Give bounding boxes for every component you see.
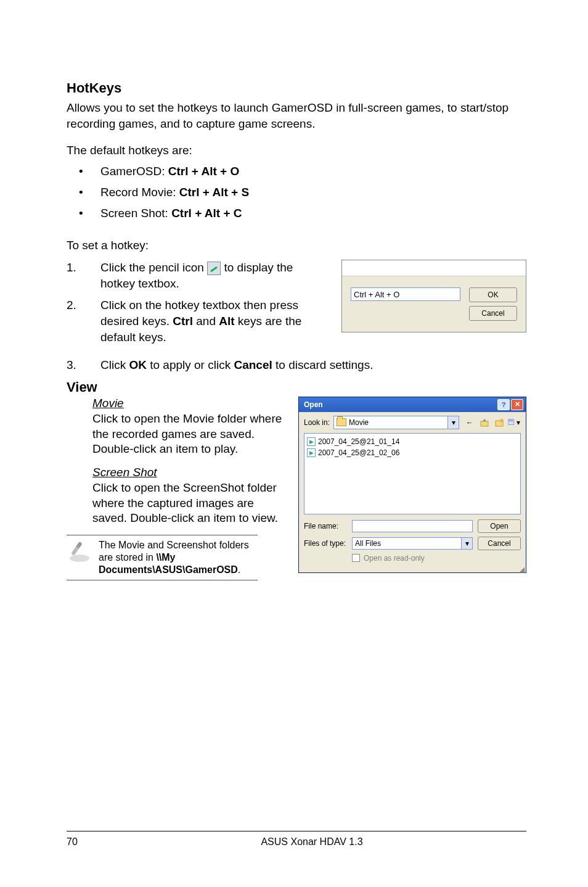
hotkey-input[interactable]	[351, 287, 460, 301]
movie-section: Movie Click to open the Movie folder whe…	[92, 397, 287, 457]
open-dialog: Open ? ✕ Look in: Movie ▾ ←	[298, 397, 526, 573]
step-key: Alt	[219, 315, 234, 328]
view-menu-icon[interactable]: ▾	[507, 416, 521, 429]
svg-rect-7	[509, 420, 511, 422]
ok-button[interactable]: OK	[469, 287, 517, 302]
step-number: 1.	[67, 260, 76, 276]
list-item: 2. Click on the hotkey textbox then pres…	[67, 297, 330, 345]
default-keys: Ctrl + Alt + O	[168, 165, 239, 178]
file-list[interactable]: ▶2007_04_25@21_01_14 ▶2007_04_25@21_02_0…	[304, 433, 521, 514]
set-hotkey-intro: To set a hotkey:	[67, 237, 526, 254]
movie-desc: Click to open the Movie folder where the…	[92, 411, 287, 457]
note-box: The Movie and Screenshot folders are sto…	[67, 535, 258, 580]
screenshot-section: Screen Shot Click to open the ScreenShot…	[92, 466, 287, 526]
pencil-icon	[207, 262, 221, 275]
dialog-titlebar	[342, 260, 526, 276]
step-text: Click	[100, 358, 129, 371]
look-in-label: Look in:	[304, 418, 330, 427]
defaults-list: GamerOSD: Ctrl + Alt + O Record Movie: C…	[67, 161, 526, 225]
note-icon	[67, 539, 92, 565]
new-folder-icon[interactable]	[492, 416, 506, 429]
list-item: Screen Shot: Ctrl + Alt + C	[79, 203, 526, 224]
files-of-type-label: Files of type:	[304, 539, 347, 548]
file-name: 2007_04_25@21_01_14	[318, 437, 399, 446]
cancel-button[interactable]: Cancel	[469, 306, 517, 321]
close-icon[interactable]: ✕	[511, 399, 523, 410]
help-icon[interactable]: ?	[497, 399, 510, 410]
file-icon: ▶	[307, 437, 316, 446]
hotkey-dialog: OK Cancel	[341, 260, 526, 332]
checkbox-icon[interactable]	[352, 554, 360, 562]
look-in-combo[interactable]: Movie ▾	[333, 416, 459, 429]
list-item: Record Movie: Ctrl + Alt + S	[79, 182, 526, 203]
note-text: The Movie and Screenshot folders are sto…	[99, 539, 258, 576]
step-text: Click the pencil icon	[100, 261, 207, 274]
default-label: Record Movie:	[100, 186, 179, 199]
step-text: to discard settings.	[272, 358, 374, 371]
default-keys: Ctrl + Alt + C	[171, 207, 242, 220]
file-name-input[interactable]	[352, 520, 473, 532]
open-button[interactable]: Open	[478, 519, 521, 533]
folder-icon	[337, 418, 346, 426]
read-only-checkbox[interactable]: Open as read-only	[352, 554, 473, 563]
file-item[interactable]: ▶2007_04_25@21_02_06	[307, 447, 518, 458]
look-in-value: Movie	[349, 418, 369, 427]
svg-point-5	[500, 419, 504, 423]
list-item: 1. Click the pencil icon to display the …	[67, 260, 330, 291]
step-text: and	[193, 315, 219, 328]
files-of-type-value: All Files	[355, 539, 381, 548]
step-text: to apply or click	[147, 358, 234, 371]
list-item: 3. Click OK to apply or click Cancel to …	[67, 357, 526, 373]
default-label: Screen Shot:	[100, 207, 171, 220]
step-number: 3.	[67, 357, 76, 373]
resize-grip-icon[interactable]: ◢	[299, 567, 526, 572]
movie-heading: Movie	[92, 397, 287, 410]
view-heading: View	[67, 379, 526, 395]
list-item: GamerOSD: Ctrl + Alt + O	[79, 161, 526, 182]
file-item[interactable]: ▶2007_04_25@21_01_14	[307, 436, 518, 447]
hotkeys-heading: HotKeys	[67, 80, 526, 96]
svg-rect-3	[481, 421, 488, 426]
default-label: GamerOSD:	[100, 165, 168, 178]
file-name: 2007_04_25@21_02_06	[318, 448, 399, 457]
file-name-label: File name:	[304, 522, 347, 530]
up-one-level-icon[interactable]	[478, 416, 491, 429]
default-keys: Ctrl + Alt + S	[179, 186, 249, 199]
step-key: OK	[129, 358, 147, 371]
dialog-titlebar[interactable]: Open ? ✕	[299, 397, 526, 412]
steps-list: 1. Click the pencil icon to display the …	[67, 260, 330, 345]
page-number: 70	[67, 836, 97, 848]
svg-point-0	[70, 555, 89, 562]
chevron-down-icon[interactable]: ▾	[461, 538, 472, 549]
svg-rect-8	[511, 420, 513, 422]
files-of-type-combo[interactable]: All Files ▾	[352, 537, 473, 550]
footer-title: ASUS Xonar HDAV 1.3	[97, 836, 526, 848]
screenshot-heading: Screen Shot	[92, 466, 287, 479]
hotkeys-intro: Allows you to set the hotkeys to launch …	[67, 100, 526, 131]
file-icon: ▶	[307, 448, 316, 457]
screenshot-desc: Click to open the ScreenShot folder wher…	[92, 481, 287, 526]
step-key: Ctrl	[173, 315, 193, 328]
defaults-intro: The default hotkeys are:	[67, 142, 526, 159]
back-icon[interactable]: ←	[463, 416, 476, 429]
step-number: 2.	[67, 297, 76, 313]
step-key: Cancel	[234, 358, 272, 371]
read-only-label: Open as read-only	[364, 554, 425, 563]
page-footer: 70 ASUS Xonar HDAV 1.3	[67, 831, 526, 848]
dialog-title: Open	[304, 400, 323, 409]
steps-list-cont: 3. Click OK to apply or click Cancel to …	[67, 357, 526, 373]
cancel-button[interactable]: Cancel	[478, 537, 521, 550]
chevron-down-icon[interactable]: ▾	[447, 416, 459, 429]
note-text-c: .	[238, 564, 240, 575]
